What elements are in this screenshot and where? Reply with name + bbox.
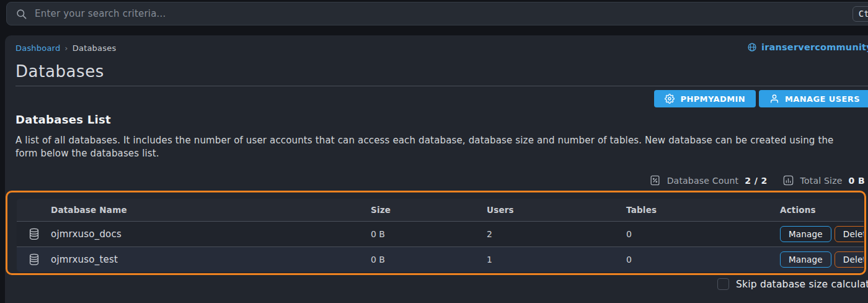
domain-selector-value: iranservercommunity.fun (761, 42, 868, 52)
breadcrumb-current: Databases (73, 43, 117, 53)
database-name: ojmrxuso_docs (51, 228, 371, 240)
database-size: 0 B (371, 229, 487, 239)
database-size: 0 B (371, 255, 487, 265)
database-count-value: 2 / 2 (745, 176, 767, 186)
total-size-value: 0 B (849, 176, 866, 186)
skip-size-calculation-checkbox[interactable] (717, 278, 729, 290)
section-heading: Databases List (16, 113, 111, 126)
database-name: ojmrxuso_test (51, 254, 371, 265)
delete-button[interactable]: Delete (835, 251, 864, 268)
manage-users-button-label: MANAGE USERS (785, 94, 860, 104)
table-row: ojmrxuso_test 0 B 1 0 Manage Delete (17, 246, 864, 272)
globe-icon (747, 42, 757, 52)
table-header-row: Database Name Size Users Tables Actions (17, 199, 864, 221)
page-title: Databases (16, 62, 104, 81)
column-header-users: Users (487, 205, 626, 215)
phpmyadmin-button[interactable]: PHPMYADMIN (654, 90, 756, 107)
table-row: ojmrxuso_docs 0 B 2 0 Manage Delete (17, 221, 864, 246)
databases-page: Ctrl+ Dashboard › Databases iranserverco… (0, 0, 868, 303)
title-divider (16, 86, 868, 86)
total-size-label: Total Size (800, 176, 843, 186)
column-header-actions: Actions (780, 205, 864, 215)
section-description: A list of all databases. It includes the… (16, 134, 854, 161)
manage-users-button[interactable]: MANAGE USERS (759, 90, 868, 107)
database-count-icon (649, 174, 661, 186)
toolbar: PHPMYADMIN MANAGE USERS (654, 90, 868, 107)
database-tables-count: 0 (626, 229, 780, 239)
manage-button[interactable]: Manage (780, 251, 831, 268)
search-icon (16, 8, 27, 20)
column-header-tables: Tables (626, 205, 780, 215)
search-input[interactable] (35, 8, 866, 19)
keyboard-shortcut-badge: Ctrl+ (852, 6, 868, 22)
database-icon (17, 253, 51, 266)
skip-size-calculation-label: Skip database size calculation (736, 279, 868, 290)
breadcrumb: Dashboard › Databases (16, 43, 116, 53)
domain-selector[interactable]: iranservercommunity.fun (747, 42, 868, 52)
breadcrumb-separator: › (64, 43, 68, 53)
database-icon (17, 227, 51, 241)
delete-button[interactable]: Delete (835, 226, 864, 242)
databases-table-highlight-frame: Database Name Size Users Tables Actions … (6, 191, 866, 275)
databases-table: Database Name Size Users Tables Actions … (17, 199, 864, 272)
bar-chart-icon (782, 174, 794, 186)
gear-icon (665, 94, 675, 104)
breadcrumb-dashboard-link[interactable]: Dashboard (16, 43, 60, 53)
database-count-label: Database Count (667, 176, 739, 186)
database-tables-count: 0 (626, 255, 780, 265)
global-search-bar: Ctrl+ (6, 2, 868, 25)
user-icon (769, 94, 779, 104)
skip-size-calculation-row: Skip database size calculation (717, 278, 868, 290)
column-header-database-name: Database Name (51, 205, 371, 215)
manage-button[interactable]: Manage (780, 226, 831, 242)
database-users-count: 1 (487, 255, 626, 265)
column-header-size: Size (371, 205, 487, 215)
phpmyadmin-button-label: PHPMYADMIN (680, 94, 745, 104)
stats-row: Database Count 2 / 2 Total Size 0 B (649, 174, 865, 186)
database-users-count: 2 (487, 229, 626, 239)
